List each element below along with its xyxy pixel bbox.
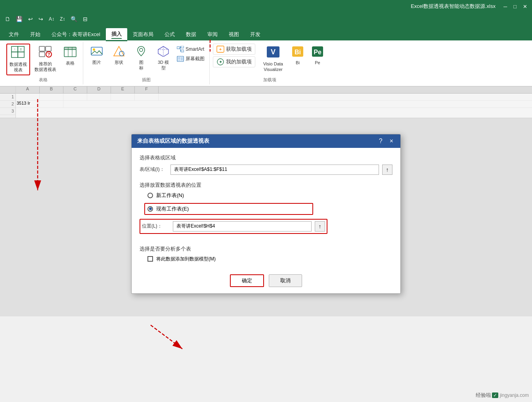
tab-insert[interactable]: 插入 (106, 28, 127, 40)
svg-rect-16 (91, 47, 102, 55)
bi-button[interactable]: Bi Bi (289, 44, 307, 67)
table-icon (64, 46, 77, 59)
addin-buttons: + 获取加载项 ✦ 我的加载项 V (213, 44, 327, 75)
qat-sort-za[interactable]: Z↕ (58, 15, 67, 23)
new-worksheet-radio[interactable]: 新工作表(N) (147, 192, 392, 199)
pivot-table-label: 数据透视视表 (10, 61, 27, 73)
arrow-location-to-ok (151, 325, 182, 349)
smartart-button[interactable]: SmartArt (175, 45, 206, 53)
cancel-button[interactable]: 取消 (269, 274, 302, 287)
left-addins: + 获取加载项 ✦ 我的加载项 (213, 44, 255, 67)
svg-rect-24 (177, 47, 180, 49)
existing-worksheet-radio[interactable]: 现有工作表(E) (144, 203, 313, 215)
qat-redo[interactable]: ↪ (37, 15, 45, 23)
shape-button[interactable]: 形状 (109, 44, 129, 67)
svg-rect-2 (11, 52, 18, 57)
section2-label: 选择放置数据透视表的位置 (140, 182, 392, 189)
qat-sort-az[interactable]: A↕ (47, 15, 56, 23)
svg-text:Pe: Pe (314, 49, 321, 56)
svg-rect-3 (18, 52, 24, 57)
illustration-buttons: 图片 形状 图标 (86, 44, 206, 75)
title-bar: Excel数据透视表智能动态数据源.xlsx ─ □ ✕ (0, 0, 532, 13)
cell-d1[interactable] (87, 94, 111, 100)
existing-worksheet-radio-btn[interactable] (147, 206, 153, 212)
svg-line-28 (180, 48, 181, 51)
window-controls: ─ □ ✕ (503, 4, 527, 10)
cell-a1[interactable] (16, 94, 40, 100)
cell-b2[interactable] (40, 101, 63, 107)
cell-f1[interactable] (135, 94, 159, 100)
my-addins-icon: ✦ (216, 58, 224, 65)
tab-view[interactable]: 视图 (223, 29, 245, 40)
cell-e1[interactable] (111, 94, 135, 100)
watermark-url: jingyanja.com (500, 392, 529, 398)
range-field-btn[interactable]: ↑ (382, 165, 392, 175)
visio-button[interactable]: V Visio DataVisualizer (259, 44, 287, 75)
recommended-pivot-button[interactable]: ? 推荐的数据透视表 (32, 44, 59, 75)
dialog-help-btn[interactable]: ? (377, 138, 384, 145)
pivot-dialog: 来自表格或区域的数据透视表 ? × 选择表格或区域 表/区域(I)： ↑ 选择放… (131, 134, 401, 294)
screenshot-icon (177, 56, 184, 62)
quick-access-toolbar: 🗋 💾 ↩ ↪ A↕ Z↕ 🔍 ⊟ (0, 13, 532, 25)
col-headers: A B C D E F (16, 86, 532, 94)
qat-save[interactable]: 💾 (14, 15, 24, 23)
col-header-corner (0, 86, 15, 94)
dialog-title: 来自表格或区域的数据透视表 (137, 138, 209, 145)
ribbon-tabs: 文件 开始 公众号：表哥讲Excel 插入 页面布局 公式 数据 审阅 视图 开… (0, 25, 532, 40)
illustrations-group-label: 插图 (142, 75, 151, 83)
visio-icon: V (266, 46, 280, 60)
maximize-btn[interactable]: □ (513, 4, 517, 10)
dialog-footer: 确定 取消 (132, 270, 400, 293)
ok-button[interactable]: 确定 (230, 274, 264, 287)
pe-icon: Pe (311, 46, 324, 59)
location-field-btn[interactable]: ↑ (315, 221, 325, 232)
tab-dev[interactable]: 开发 (245, 29, 266, 40)
icon-button[interactable]: 图标 (131, 44, 151, 73)
row-1: 1 (0, 94, 15, 101)
bi-label: Bi (296, 60, 300, 65)
qat-undo[interactable]: ↩ (27, 15, 34, 23)
qat-extra[interactable]: ⊟ (81, 15, 89, 23)
tables-group-label: 表格 (39, 75, 48, 83)
close-btn[interactable]: ✕ (523, 4, 527, 10)
minimize-btn[interactable]: ─ (503, 4, 507, 10)
tab-formula[interactable]: 公式 (159, 29, 180, 40)
row-2: 2 (0, 101, 15, 108)
cell-a2[interactable]: 3513 Ir (16, 101, 40, 107)
tab-page-layout[interactable]: 页面布局 (127, 29, 159, 40)
tab-home[interactable]: 开始 (25, 29, 46, 40)
tab-data[interactable]: 数据 (180, 29, 202, 40)
qat-find[interactable]: 🔍 (69, 15, 79, 23)
table-label: 表格 (66, 60, 75, 66)
data-model-checkbox[interactable] (147, 256, 153, 262)
dialog-close-btn[interactable]: × (388, 138, 395, 145)
addins-group-label: 加载项 (263, 75, 276, 83)
table-button[interactable]: 表格 (61, 44, 80, 68)
qat-new[interactable]: 🗋 (3, 15, 12, 23)
new-worksheet-radio-btn[interactable] (147, 193, 153, 198)
location-field-label: 位置(L)： (142, 223, 170, 230)
pe-button[interactable]: Pe Pe (308, 44, 327, 67)
svg-rect-30 (178, 57, 180, 59)
cell-b1[interactable] (40, 94, 63, 100)
tab-public[interactable]: 公众号：表哥讲Excel (46, 29, 106, 40)
svg-rect-26 (181, 50, 184, 52)
small-buttons-col: SmartArt 屏幕截图 (175, 44, 206, 63)
my-addins-button[interactable]: ✦ 我的加载项 (213, 56, 255, 67)
screenshot-button[interactable]: 屏幕截图 (175, 55, 206, 63)
range-field-input[interactable] (170, 165, 379, 175)
pivot-table-button[interactable]: ↑ Σ 数据透视视表 (6, 44, 30, 75)
icon-icon (135, 46, 147, 59)
dialog-titlebar: 来自表格或区域的数据透视表 ? × (132, 134, 400, 148)
picture-button[interactable]: 图片 (86, 44, 107, 67)
cell-c1[interactable] (63, 94, 87, 100)
tab-file[interactable]: 文件 (3, 29, 25, 40)
location-field-input[interactable] (173, 221, 312, 232)
tab-review[interactable]: 审阅 (202, 29, 223, 40)
screenshot-label: 屏幕截图 (186, 56, 205, 62)
get-addins-button[interactable]: + 获取加载项 (213, 44, 255, 55)
svg-rect-7 (46, 46, 51, 51)
3d-model-icon (157, 46, 169, 59)
3d-model-button[interactable]: 3D 模型 (153, 44, 174, 73)
data-model-row: 将此数据添加到数据模型(M) (147, 256, 392, 262)
